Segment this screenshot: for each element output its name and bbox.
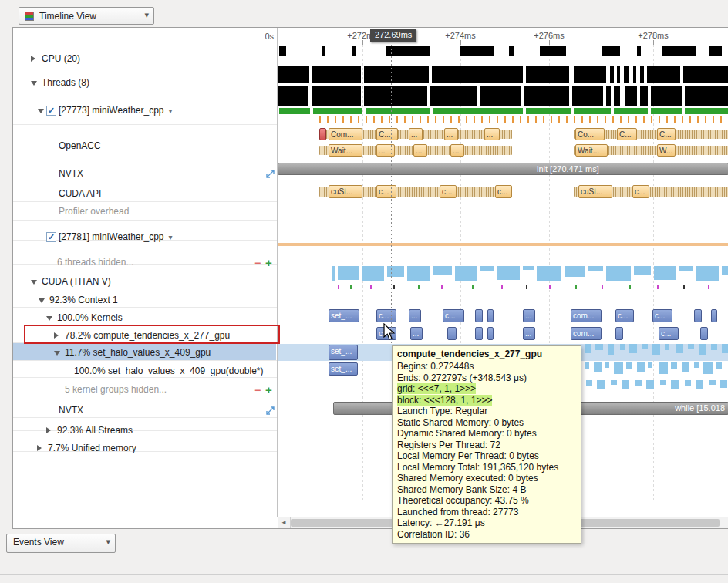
expanded-arrow-icon[interactable]	[39, 298, 45, 303]
timeline-block[interactable]	[487, 309, 494, 322]
timeline-block-[interactable]: ...	[523, 309, 535, 322]
show-rows-plus-icon[interactable]: +	[265, 384, 272, 396]
tree-item-100-0-set-halo-values-x-409-gpu-double[interactable]: 100.0% set_halo_values_x_409_gpu(double*…	[14, 363, 276, 379]
timeline-block[interactable]	[700, 327, 708, 340]
show-rows-plus-icon[interactable]: +	[265, 257, 272, 268]
tree-item-cuda-api[interactable]: CUDA API	[14, 186, 276, 202]
tree-item-profiler-overhead[interactable]: Profiler overhead	[14, 204, 276, 220]
timeline-block-c[interactable]: C...	[376, 128, 398, 140]
timeline-block[interactable]	[475, 309, 483, 322]
timeline-block[interactable]	[319, 128, 326, 140]
timeline-block-set[interactable]: set_...	[329, 345, 358, 360]
hide-rows-minus-icon[interactable]: −	[254, 385, 261, 396]
expand-track-icon[interactable]	[265, 405, 275, 419]
track-openacc-wait-track[interactable]: Wait............Wait...W...	[278, 143, 728, 157]
track-cuda-marker-ticks[interactable]	[278, 285, 728, 289]
track-kernels-track[interactable]: set_...c......c......com...c...c...	[278, 308, 728, 323]
tree-item-cuda-titan-v[interactable]: CUDA (TITAN V)	[14, 274, 276, 290]
tree-item-openacc[interactable]: OpenACC	[14, 138, 276, 154]
track-compute-tendencies-track[interactable]: c.........com...c...	[278, 326, 728, 341]
tree-item-27773-miniweather-cpp[interactable]: ✓[27773] miniWeather_cpp▾	[14, 103, 276, 119]
timeline-block[interactable]	[711, 309, 717, 322]
tree-item-cpu-20[interactable]: CPU (20)	[14, 51, 276, 67]
timeline-block-cust[interactable]: cuSt...	[578, 185, 612, 198]
track-cuda-kernel-summary-track[interactable]	[278, 266, 728, 283]
timeline-block-wait[interactable]: Wait...	[329, 144, 362, 157]
tree-item-nvtx[interactable]: NVTX	[14, 166, 276, 182]
timeline-block-wait[interactable]: Wait...	[575, 144, 608, 157]
track-nvtx-init-range[interactable]: init [270.471 ms]	[278, 163, 728, 175]
expanded-arrow-icon[interactable]	[31, 280, 37, 285]
timeline-block-c[interactable]: c...	[443, 309, 464, 322]
timeline-block-w[interactable]: W...	[657, 144, 676, 157]
timeline-block-[interactable]: ...	[450, 144, 464, 157]
nvtx-range-bar[interactable]: init [270.471 ms]	[278, 163, 728, 175]
timeline-block-c[interactable]: c...	[632, 185, 649, 198]
chevron-down-icon[interactable]: ▾	[169, 106, 173, 115]
tree-item-92-3-context-1[interactable]: 92.3% Context 1	[14, 292, 276, 308]
timeline-block-com[interactable]: Com...	[329, 128, 362, 140]
timeline-block-c[interactable]: C...	[657, 128, 676, 140]
timeline-view-selector[interactable]: Timeline View ▾	[19, 7, 154, 25]
timeline-block[interactable]	[487, 327, 494, 340]
timeline-block-[interactable]: ...	[409, 128, 423, 140]
tree-item-7-7-unified-memory[interactable]: 7.7% Unified memory	[14, 440, 276, 457]
track-thread-state-track[interactable]	[278, 108, 728, 114]
timeline-block-[interactable]: ...	[444, 128, 458, 140]
collapsed-arrow-icon[interactable]	[31, 56, 35, 62]
timeline-block-c[interactable]: c...	[376, 185, 396, 198]
timeline-block[interactable]	[694, 309, 702, 322]
timeline-block-com[interactable]: com...	[571, 309, 602, 322]
timeline-block-[interactable]: ...	[376, 144, 395, 157]
timeline-block-cust[interactable]: cuSt...	[329, 185, 362, 198]
timeline-block-[interactable]: ...	[484, 128, 500, 140]
expanded-arrow-icon[interactable]	[54, 351, 60, 356]
timeline-block-[interactable]: ...	[523, 327, 535, 340]
tree-item-92-3-all-streams[interactable]: 92.3% All Streams	[14, 423, 276, 439]
tree-item-6-threads-hidden[interactable]: 6 threads hidden...−+	[14, 254, 276, 271]
track-openacc-tick-track[interactable]	[278, 116, 728, 123]
timeline-block-[interactable]: ...	[409, 309, 421, 322]
visibility-checkbox[interactable]: ✓	[46, 106, 56, 116]
timeline-block-c[interactable]: c...	[652, 309, 672, 322]
expanded-arrow-icon[interactable]	[31, 81, 37, 86]
timeline-block-c[interactable]: c...	[440, 185, 457, 198]
timeline-block-c[interactable]: C...	[617, 128, 637, 140]
collapsed-arrow-icon[interactable]	[46, 427, 51, 433]
tree-item-5-kernel-groups-hidden[interactable]: 5 kernel groups hidden...−+	[14, 382, 276, 398]
timeline-block-c[interactable]: c...	[659, 327, 679, 340]
timeline-block-c[interactable]: c...	[615, 309, 634, 322]
collapsed-arrow-icon[interactable]	[37, 445, 42, 451]
scroll-left-button[interactable]: ◄	[278, 517, 291, 528]
tree-item-11-7-set-halo-values-x-409-gpu[interactable]: 11.7% set_halo_values_x_409_gpu	[14, 345, 276, 361]
expand-track-icon[interactable]	[265, 168, 275, 182]
expanded-arrow-icon[interactable]	[38, 109, 44, 113]
timeline-block-[interactable]: ...	[410, 327, 423, 340]
events-view-selector[interactable]: Events View ▾	[6, 534, 116, 553]
tree-item-27781-miniweather-cpp[interactable]: ✓[27781] miniWeather_cpp▾	[14, 229, 276, 245]
timeline-block-co[interactable]: Co...	[575, 128, 605, 140]
timeline-block-set[interactable]: set_...	[329, 309, 359, 322]
track-thread-27781-activity-line[interactable]	[278, 243, 728, 246]
timeline-block-c[interactable]: c...	[495, 185, 512, 198]
chevron-down-icon[interactable]: ▾	[169, 233, 173, 241]
hide-rows-minus-icon[interactable]: −	[254, 258, 261, 268]
timeline-block[interactable]	[447, 327, 457, 340]
timeline-block-set[interactable]: set_...	[329, 362, 358, 376]
track-cuda-api-track[interactable]: cuSt...c...c...c...cuSt...c...	[278, 184, 728, 199]
tree-item-100-0-kernels[interactable]: 100.0% Kernels	[14, 310, 276, 326]
tree-item-nvtx[interactable]: NVTX	[14, 403, 276, 419]
timeline-block-com[interactable]: com...	[571, 327, 602, 340]
timeline-block-c[interactable]: c...	[376, 309, 396, 322]
timeline-block[interactable]	[475, 327, 483, 340]
track-threads-cpu-track[interactable]	[278, 66, 728, 83]
expanded-arrow-icon[interactable]	[46, 316, 52, 321]
track-openacc-launch-track[interactable]: Com...C............Co...C...C...	[278, 127, 728, 141]
track-cpu-utilization-track[interactable]	[278, 46, 728, 56]
timeline-block[interactable]	[615, 327, 623, 340]
track-thread-27773-cpu-track[interactable]	[278, 86, 728, 106]
timeline-ruler[interactable]: +272ms+274ms+276ms+278ms	[278, 28, 728, 45]
timeline-block-[interactable]: ...	[413, 144, 427, 157]
visibility-checkbox[interactable]: ✓	[46, 232, 56, 242]
tree-item-threads-8[interactable]: Threads (8)	[14, 75, 276, 91]
